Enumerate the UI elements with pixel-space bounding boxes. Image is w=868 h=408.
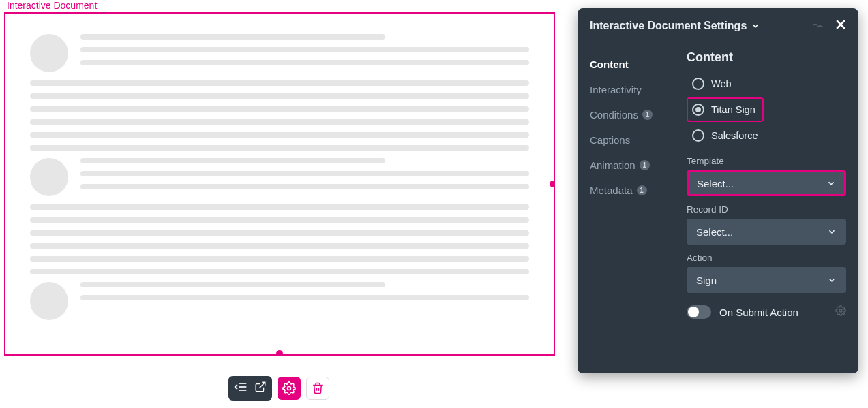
svg-point-7 (839, 309, 842, 312)
gear-icon (282, 381, 296, 395)
tab-label: Metadata (590, 185, 633, 196)
select-value: Select... (696, 226, 733, 238)
canvas-area: Interactive Document (4, 0, 558, 356)
panel-title-dropdown[interactable]: Interactive Document Settings (590, 20, 760, 32)
skeleton-row (30, 158, 529, 197)
tab-badge: 1 (637, 185, 647, 195)
on-submit-toggle[interactable] (687, 305, 711, 319)
delete-button[interactable] (306, 377, 329, 400)
skeleton-line (30, 119, 529, 125)
skeleton-line (80, 47, 529, 52)
on-submit-action-row: On Submit Action (687, 305, 846, 319)
radio-label: Titan Sign (711, 104, 755, 115)
skeleton-line (80, 171, 529, 176)
tab-interactivity[interactable]: Interactivity (590, 77, 674, 102)
tab-content[interactable]: Content (590, 52, 674, 77)
skeleton-line (30, 217, 529, 223)
selected-component-label: Interactive Document (4, 0, 558, 12)
action-select[interactable]: Sign (687, 267, 846, 293)
skeleton-line (30, 106, 529, 112)
skeleton-line (30, 93, 529, 99)
radio-label: Web (711, 78, 732, 89)
on-submit-label: On Submit Action (719, 307, 798, 318)
content-option-titan-sign[interactable]: Titan Sign (687, 97, 764, 122)
document-skeleton (5, 14, 554, 334)
select-value: Sign (696, 274, 717, 286)
chevron-down-icon (826, 178, 836, 188)
skeleton-line (30, 132, 529, 138)
component-action-bar (228, 376, 329, 401)
radio-icon (692, 129, 704, 142)
skeleton-line (30, 256, 529, 262)
tab-label: Captions (590, 134, 630, 146)
skeleton-line (80, 34, 385, 40)
skeleton-line (30, 204, 529, 210)
settings-tabs: Content Interactivity Conditions 1 Capti… (578, 41, 674, 373)
panel-header: Interactive Document Settings (578, 8, 858, 41)
tab-badge: 1 (640, 160, 650, 170)
open-external-icon[interactable] (254, 381, 267, 396)
panel-title: Interactive Document Settings (590, 20, 747, 32)
tab-label: Conditions (590, 109, 638, 121)
close-icon[interactable] (834, 18, 848, 34)
action-bar-group (228, 376, 272, 401)
tab-conditions[interactable]: Conditions 1 (590, 102, 674, 127)
select-value: Select... (697, 178, 734, 189)
radio-label: Salesforce (711, 130, 758, 141)
chevron-down-icon (751, 21, 760, 31)
skeleton-line (30, 145, 529, 151)
tab-label: Content (590, 59, 629, 70)
skeleton-line (80, 282, 385, 287)
tab-badge: 1 (642, 110, 653, 120)
content-option-salesforce[interactable]: Salesforce (687, 123, 846, 148)
tab-label: Interactivity (590, 84, 642, 95)
chevron-down-icon (827, 227, 837, 236)
svg-line-3 (260, 382, 265, 388)
skeleton-line (30, 230, 529, 236)
skeleton-line (30, 80, 529, 86)
action-label: Action (687, 253, 846, 263)
indent-left-icon[interactable] (234, 380, 248, 396)
tab-metadata[interactable]: Metadata 1 (590, 178, 674, 203)
settings-content: Content Web Titan Sign Salesforce Templa… (674, 41, 858, 373)
skeleton-line (30, 243, 529, 249)
template-select[interactable]: Select... (687, 170, 846, 196)
skeleton-line (80, 184, 529, 189)
skeleton-line (80, 158, 385, 163)
settings-panel: Interactive Document Settings Content In… (578, 8, 858, 373)
settings-button[interactable] (278, 377, 301, 400)
template-label: Template (687, 156, 846, 166)
chevron-down-icon (827, 275, 837, 285)
pin-icon[interactable] (813, 19, 824, 33)
skeleton-row (30, 282, 529, 320)
content-option-web[interactable]: Web (687, 72, 846, 96)
content-heading: Content (687, 50, 846, 65)
record-id-select[interactable]: Select... (687, 219, 846, 245)
skeleton-row (30, 34, 529, 73)
radio-icon (692, 78, 704, 90)
radio-icon (692, 104, 704, 116)
tab-animation[interactable]: Animation 1 (590, 153, 674, 178)
skeleton-line (80, 295, 529, 300)
trash-icon (312, 382, 324, 394)
tab-label: Animation (590, 159, 635, 171)
avatar-placeholder (30, 158, 68, 196)
skeleton-line (80, 60, 529, 65)
svg-point-4 (288, 387, 291, 390)
on-submit-settings-icon[interactable] (835, 305, 846, 319)
skeleton-line (30, 269, 529, 274)
tab-captions[interactable]: Captions (590, 127, 674, 153)
record-id-label: Record ID (687, 204, 846, 215)
avatar-placeholder (30, 34, 68, 72)
interactive-document-component[interactable] (4, 12, 555, 356)
avatar-placeholder (30, 282, 68, 320)
